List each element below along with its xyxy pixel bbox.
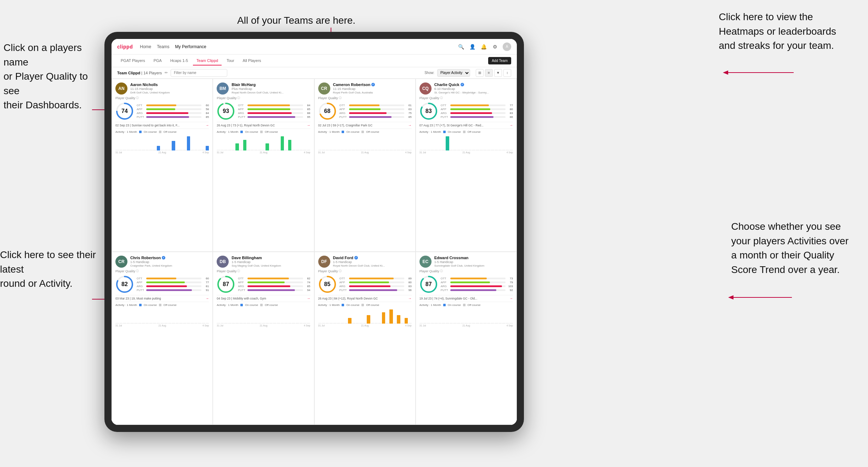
quality-section[interactable]: 93 OTT 84 APP (217, 102, 310, 120)
avatar[interactable]: A (503, 42, 511, 51)
stat-value: 63 (405, 108, 412, 111)
last-round[interactable]: 26 Aug 23 | 84 (+12), Royal North Devon … (318, 295, 412, 300)
chart-bar (273, 150, 276, 150)
player-name[interactable]: Blair McHarg (232, 82, 310, 87)
chart-bar (442, 150, 445, 150)
quality-section[interactable]: 87 OTT 82 APP (217, 275, 310, 294)
chart-bar (480, 150, 483, 150)
tab-tour[interactable]: Tour (223, 56, 238, 66)
quality-section[interactable]: 74 OTT 60 APP (115, 102, 209, 120)
stat-bar-bg (146, 112, 201, 114)
chart-bar (284, 323, 288, 324)
last-round[interactable]: 02 Jul 23 | 59 (+17), Craigmillar Park G… (318, 122, 412, 127)
stat-row: APP 58 (137, 108, 209, 111)
tab-all-players[interactable]: All Players (239, 56, 265, 66)
last-round[interactable]: 03 Mar 23 | 19, Must make putting → (115, 295, 209, 300)
player-name[interactable]: Edward Crossman (434, 256, 513, 260)
search-icon[interactable]: 🔍 (457, 43, 464, 50)
user-icon[interactable]: 👤 (469, 43, 476, 50)
verified-badge: ✓ (162, 256, 165, 260)
chart-labels: 31 Jul 21 Aug 4 Sep (318, 324, 412, 327)
quality-section[interactable]: 68 OTT 61 APP (318, 102, 412, 120)
stat-bar-bg (247, 104, 303, 106)
round-arrow-icon: → (509, 123, 513, 127)
player-name[interactable]: David Ford ✓ (333, 256, 412, 260)
quality-section[interactable]: 83 OTT 77 APP (419, 102, 513, 120)
chart-bar (344, 150, 348, 150)
tab-pgat-players[interactable]: PGAT Players (117, 56, 149, 66)
quality-section[interactable]: 87 OTT 73 APP (419, 275, 513, 294)
nav-teams[interactable]: Teams (157, 43, 169, 51)
list-view-button[interactable]: ≡ (485, 69, 493, 77)
show-select[interactable]: Player Activity (437, 69, 470, 77)
quality-label: Player Quality ⓘ (115, 96, 209, 100)
annotation-left-top: Click on a players name or Player Qualit… (4, 41, 103, 113)
nav-my-performance[interactable]: My Performance (175, 43, 206, 51)
last-round[interactable]: 04 Sep 23 | Mobility with coach, Gym → (217, 295, 310, 300)
chart-bar (254, 150, 258, 150)
round-arrow-icon: → (408, 123, 412, 127)
stat-row: OTT 89 (339, 277, 412, 280)
tab-team-clippd[interactable]: Team Clippd (193, 56, 222, 66)
quality-number: 68 (324, 108, 331, 114)
chart-bar (509, 323, 513, 324)
stat-label: PUTT (339, 289, 348, 292)
stat-value: 84 (304, 104, 310, 107)
last-round[interactable]: 26 Aug 23 | 73 (+1), Royal North Devon G… (217, 122, 310, 127)
edit-icon[interactable]: ✏ (165, 70, 168, 75)
stat-value: 89 (405, 277, 412, 280)
round-text: 04 Sep 23 | Mobility with coach, Gym (217, 297, 307, 300)
last-round[interactable]: 07 Aug 23 | 77 (+7), St George's Hill GC… (419, 122, 513, 127)
sort-button[interactable]: ↕ (503, 69, 511, 77)
chart-bar (405, 318, 408, 324)
quality-section[interactable]: 85 OTT 89 APP (318, 275, 412, 294)
chart-bar (461, 323, 464, 324)
grid-view-button[interactable]: ⊞ (476, 69, 484, 77)
stat-label: PUTT (441, 289, 449, 292)
nav-home[interactable]: Home (140, 43, 151, 51)
activity-section: Activity · 1 Month On course Off course (217, 302, 310, 327)
player-avatar: AN (115, 82, 127, 95)
quality-circle[interactable]: 68 (318, 102, 337, 120)
chart-bar (269, 150, 273, 150)
stat-bar-fill (349, 116, 392, 118)
quality-circle[interactable]: 82 (115, 275, 134, 294)
chart-bar (450, 150, 453, 150)
quality-circle[interactable]: 74 (115, 102, 134, 120)
last-round[interactable]: 02 Sep 23 | Sunrise round to get back in… (115, 122, 209, 127)
player-card: DF David Ford ✓ 1-5 Handicap Royal North… (314, 252, 416, 425)
tab-pga[interactable]: PGA (150, 56, 165, 66)
chart-bar (228, 323, 232, 324)
chart-bar (138, 150, 142, 150)
last-round[interactable]: 19 Jul 23 | 74 (+4), Sunningdale GC - Ol… (419, 295, 513, 300)
off-course-label: Off course (164, 130, 177, 133)
player-name[interactable]: Cameron Robertson ✓ (333, 82, 412, 87)
player-card: DB Dave Billingham 1-5 Handicap Sog Magi… (213, 252, 314, 425)
quality-section[interactable]: 82 OTT 60 APP (115, 275, 209, 294)
player-name[interactable]: Dave Billingham (232, 256, 310, 260)
tab-hcaps[interactable]: Hcaps 1-5 (167, 56, 192, 66)
quality-circle[interactable]: 87 (217, 275, 235, 294)
quality-circle[interactable]: 87 (419, 275, 438, 294)
chart-bar (502, 150, 506, 150)
filter-button[interactable]: ▼ (494, 69, 502, 77)
stat-bar-bg (247, 116, 303, 118)
quality-circle[interactable]: 83 (419, 102, 438, 120)
quality-circle[interactable]: 85 (318, 275, 337, 294)
player-name[interactable]: Charlie Quick ✓ (434, 82, 513, 87)
quality-number: 82 (121, 281, 128, 287)
stat-value: 74 (304, 281, 310, 284)
settings-icon[interactable]: ⚙ (491, 43, 498, 50)
filter-input[interactable] (171, 69, 227, 77)
chart-bar (446, 136, 449, 150)
quality-circle[interactable]: 93 (217, 102, 235, 120)
stat-label: OTT (137, 277, 145, 280)
stat-bar-bg (349, 285, 404, 287)
chart-label-mid: 21 Aug (158, 151, 166, 154)
stats-bars: OTT 77 APP 80 (441, 104, 513, 119)
add-team-button[interactable]: Add Team (488, 57, 511, 64)
player-name[interactable]: Chris Robertson ✓ (130, 256, 209, 260)
chart-bar (281, 323, 284, 324)
bell-icon[interactable]: 🔔 (480, 43, 487, 50)
player-name[interactable]: Aaron Nicholls (130, 82, 209, 87)
